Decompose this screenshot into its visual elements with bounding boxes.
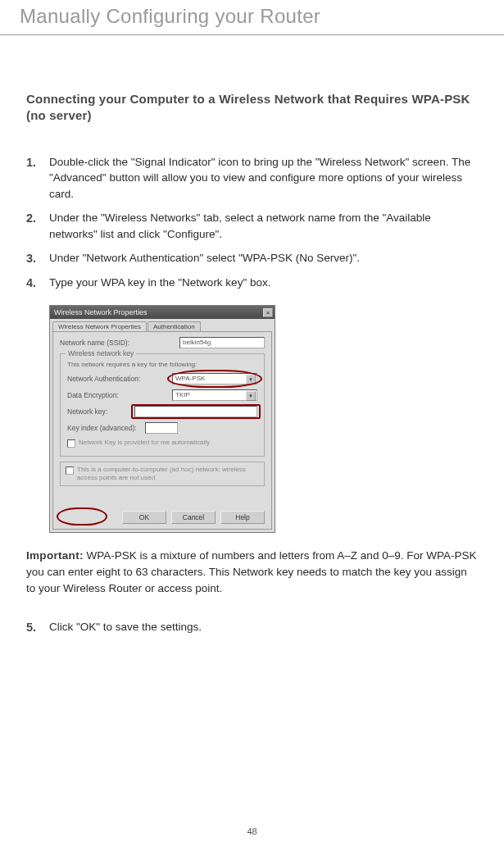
row-key: Network key: (67, 406, 257, 417)
step-1-number: 1. (26, 154, 36, 171)
step-2: 2. Under the "Wireless Networks" tab, se… (26, 210, 478, 242)
dialog-tabs: Wireless Network Properties Authenticati… (50, 319, 275, 331)
step-list-continued: 5. Click "OK" to save the settings. (26, 619, 478, 635)
step-1-text: Double-click the "Signal Indicator" icon… (49, 156, 470, 200)
step-list: 1. Double-click the "Signal Indicator" i… (26, 154, 478, 291)
wireless-properties-dialog: Wireless Network Properties × Wireless N… (49, 305, 275, 533)
annotation-ok-circle (57, 507, 107, 526)
tab-authentication[interactable]: Authentication (148, 321, 201, 331)
important-text: WPA-PSK is a mixture of numbers and lett… (26, 549, 476, 594)
label-auto-key: Network Key is provided for me automatic… (79, 439, 210, 447)
label-index: Key index (advanced): (67, 424, 137, 432)
row-auth: Network Authentication: WPA-PSK (67, 373, 257, 385)
dialog-title: Wireless Network Properties (54, 308, 148, 316)
page-number: 48 (0, 826, 504, 836)
adhoc-group: This is a computer-to-computer (ad hoc) … (60, 462, 265, 486)
page-header: Manually Configuring your Router (0, 0, 504, 35)
network-key-input[interactable] (134, 406, 257, 417)
tab-properties[interactable]: Wireless Network Properties (52, 321, 147, 331)
dialog-body: Network name (SSID): belkin54g Wireless … (52, 331, 272, 530)
dialog-button-bar: OK Cancel Help (60, 511, 265, 524)
step-5: 5. Click "OK" to save the settings. (26, 619, 478, 635)
label-auth: Network Authentication: (67, 375, 140, 383)
step-1: 1. Double-click the "Signal Indicator" i… (26, 154, 478, 203)
main-content: Connecting your Computer to a Wireless N… (0, 91, 504, 635)
step-3: 3. Under "Network Authentication" select… (26, 250, 478, 266)
label-key: Network key: (67, 407, 107, 416)
step-3-number: 3. (26, 250, 36, 267)
step-4-text: Type your WPA key in the "Network key" b… (49, 276, 270, 289)
group-title: Wireless network key (66, 349, 136, 357)
step-2-text: Under the "Wireless Networks" tab, selec… (49, 212, 431, 240)
encryption-select[interactable]: TKIP (172, 389, 257, 401)
cancel-button[interactable]: Cancel (171, 511, 216, 524)
auto-key-checkbox[interactable] (67, 439, 75, 448)
row-ssid: Network name (SSID): belkin54g (60, 337, 265, 348)
close-icon[interactable]: × (263, 308, 273, 317)
label-ssid: Network name (SSID): (60, 339, 129, 347)
ssid-input[interactable]: belkin54g (179, 337, 265, 348)
ok-button[interactable]: OK (122, 511, 166, 524)
step-4-number: 4. (26, 275, 36, 292)
section-subtitle: Connecting your Computer to a Wireless N… (26, 91, 478, 125)
label-adhoc: This is a computer-to-computer (ad hoc) … (77, 466, 259, 482)
important-label: Important: (26, 549, 84, 562)
row-auto-key: Network Key is provided for me automatic… (67, 439, 257, 448)
step-3-text: Under "Network Authentication" select "W… (49, 252, 360, 264)
auth-value: WPA-PSK (175, 374, 205, 384)
help-button[interactable]: Help (220, 511, 265, 524)
important-note: Important: WPA-PSK is a mixture of numbe… (26, 548, 478, 596)
dialog-titlebar: Wireless Network Properties × (50, 306, 275, 319)
step-5-text: Click "OK" to save the settings. (49, 621, 202, 633)
adhoc-checkbox[interactable] (66, 466, 74, 475)
row-index: Key index (advanced): (67, 422, 257, 434)
row-encryption: Data Encryption: TKIP (67, 389, 257, 401)
step-4: 4. Type your WPA key in the "Network key… (26, 275, 478, 291)
row-adhoc: This is a computer-to-computer (ad hoc) … (66, 466, 259, 482)
label-encryption: Data Encryption: (67, 391, 119, 399)
key-index-input[interactable] (145, 422, 178, 434)
encryption-value: TKIP (175, 390, 190, 400)
step-2-number: 2. (26, 210, 36, 227)
wireless-key-group: Wireless network key This network requir… (60, 353, 265, 457)
group-subtext: This network requires a key for the foll… (67, 361, 257, 368)
step-5-number: 5. (26, 619, 36, 636)
auth-select[interactable]: WPA-PSK (172, 373, 257, 385)
